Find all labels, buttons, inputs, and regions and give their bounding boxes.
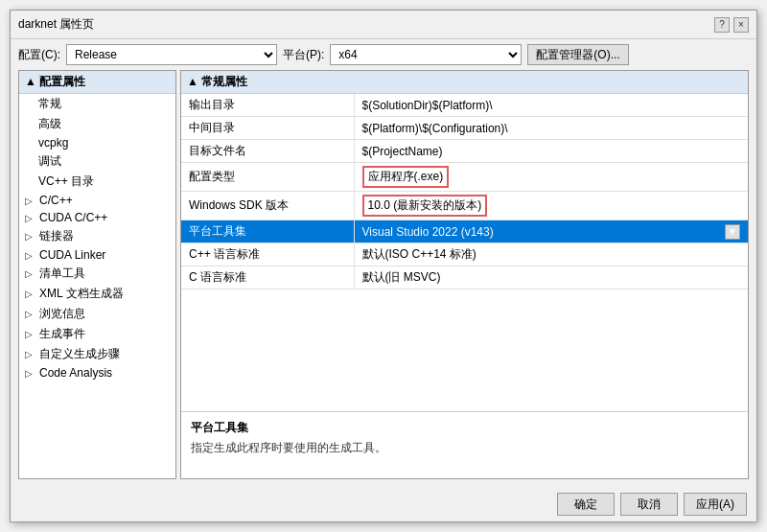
prop-value-text: 默认(旧 MSVC) (362, 270, 441, 284)
tree-items: 常规高级vcpkg调试VC++ 目录▷C/C++▷CUDA C/C++▷链接器▷… (19, 94, 175, 382)
prop-value-text: Visual Studio 2022 (v143) (362, 225, 494, 239)
table-row[interactable]: 配置类型应用程序(.exe) (181, 163, 748, 192)
title-controls: ? × (714, 17, 749, 33)
desc-area: 平台工具集 指定生成此程序时要使用的生成工具。 (181, 411, 748, 478)
tree-item[interactable]: ▷CUDA Linker (19, 246, 175, 264)
tree-item[interactable]: ▷清单工具 (19, 264, 175, 284)
prop-value-text: $(SolutionDir)$(Platform)\ (362, 99, 493, 112)
tree-item[interactable]: ▷Code Analysis (19, 364, 175, 382)
props-header: ▲ 常规属性 (181, 71, 748, 94)
prop-name: C++ 语言标准 (181, 243, 354, 266)
prop-value-text: 10.0 (最新安装的版本) (362, 195, 488, 217)
footer: 确定 取消 应用(A) (11, 487, 756, 521)
tree-item[interactable]: ▷自定义生成步骤 (19, 344, 175, 364)
table-row[interactable]: C 语言标准默认(旧 MSVC) (181, 266, 748, 289)
props-area: ▲ 常规属性 输出目录$(SolutionDir)$(Platform)\中间目… (181, 71, 748, 411)
table-row[interactable]: 目标文件名$(ProjectName) (181, 140, 748, 163)
main-content: ▲ 配置属性 常规高级vcpkg调试VC++ 目录▷C/C++▷CUDA C/C… (11, 70, 756, 487)
tree-header: ▲ 配置属性 (19, 71, 175, 94)
expand-icon: ▷ (25, 268, 36, 279)
properties-dialog: darknet 属性页 ? × 配置(C): Release 平台(P): x6… (10, 10, 757, 522)
tree-item[interactable]: vcpkg (19, 134, 175, 151)
expand-icon: ▷ (25, 349, 36, 359)
prop-value-text: $(Platform)\$(Configuration)\ (362, 122, 508, 135)
tree-item[interactable]: 调试 (19, 151, 175, 172)
expand-icon: ▷ (25, 309, 36, 319)
config-label: 配置(C): (18, 47, 60, 63)
tree-item[interactable]: ▷CUDA C/C++ (19, 209, 175, 226)
title-bar: darknet 属性页 ? × (11, 11, 756, 39)
ok-button[interactable]: 确定 (557, 493, 615, 516)
config-manager-button[interactable]: 配置管理器(O)... (527, 44, 628, 65)
prop-value: $(SolutionDir)$(Platform)\ (354, 94, 748, 117)
tree-item[interactable]: ▷浏览信息 (19, 304, 175, 324)
table-row[interactable]: 输出目录$(SolutionDir)$(Platform)\ (181, 94, 748, 117)
table-row[interactable]: 平台工具集Visual Studio 2022 (v143)▼ (181, 220, 748, 243)
prop-name: Windows SDK 版本 (181, 192, 354, 220)
help-button[interactable]: ? (714, 17, 730, 33)
expand-icon: ▷ (25, 196, 36, 206)
expand-icon: ▷ (25, 250, 36, 261)
dropdown-arrow[interactable]: ▼ (725, 224, 740, 240)
tree-item[interactable]: 高级 (19, 114, 175, 134)
props-header-label: ▲ 常规属性 (187, 74, 247, 90)
tree-item[interactable]: ▷生成事件 (19, 324, 175, 344)
prop-value: 10.0 (最新安装的版本) (354, 192, 748, 220)
platform-label: 平台(P): (283, 47, 324, 63)
props-table: 输出目录$(SolutionDir)$(Platform)\中间目录$(Plat… (181, 94, 748, 289)
expand-icon: ▷ (25, 231, 36, 242)
prop-value-text: $(ProjectName) (362, 145, 443, 158)
table-row[interactable]: C++ 语言标准默认(ISO C++14 标准) (181, 243, 748, 266)
tree-item[interactable]: VC++ 目录 (19, 172, 175, 192)
expand-icon: ▷ (25, 289, 36, 299)
table-row[interactable]: Windows SDK 版本10.0 (最新安装的版本) (181, 192, 748, 220)
tree-header-label: ▲ 配置属性 (25, 74, 85, 90)
toolbar: 配置(C): Release 平台(P): x64 配置管理器(O)... (11, 39, 756, 70)
prop-value: 默认(旧 MSVC) (354, 266, 748, 289)
prop-value: $(Platform)\$(Configuration)\ (354, 117, 748, 140)
prop-value: 默认(ISO C++14 标准) (354, 243, 748, 266)
prop-name: 中间目录 (181, 117, 354, 140)
desc-title: 平台工具集 (191, 420, 738, 436)
tree-item[interactable]: ▷XML 文档生成器 (19, 284, 175, 304)
right-panel: ▲ 常规属性 输出目录$(SolutionDir)$(Platform)\中间目… (180, 70, 749, 479)
prop-name: 配置类型 (181, 163, 354, 192)
tree-item[interactable]: ▷C/C++ (19, 192, 175, 209)
desc-text: 指定生成此程序时要使用的生成工具。 (191, 440, 738, 456)
expand-icon: ▷ (25, 213, 36, 223)
close-button[interactable]: × (733, 17, 749, 33)
prop-value-text: 默认(ISO C++14 标准) (362, 247, 476, 261)
prop-name: 平台工具集 (181, 220, 354, 243)
tree-item[interactable]: 常规 (19, 94, 175, 114)
table-row[interactable]: 中间目录$(Platform)\$(Configuration)\ (181, 117, 748, 140)
cancel-button[interactable]: 取消 (620, 493, 678, 516)
prop-value[interactable]: Visual Studio 2022 (v143)▼ (354, 220, 748, 243)
expand-icon: ▷ (25, 368, 36, 379)
tree-item[interactable]: ▷链接器 (19, 226, 175, 246)
expand-icon: ▷ (25, 329, 36, 339)
dialog-title: darknet 属性页 (18, 16, 94, 33)
config-select[interactable]: Release (66, 44, 277, 65)
apply-button[interactable]: 应用(A) (684, 493, 747, 516)
prop-name: 目标文件名 (181, 140, 354, 163)
prop-value: 应用程序(.exe) (354, 163, 748, 192)
platform-select[interactable]: x64 (330, 44, 522, 65)
prop-value-text: 应用程序(.exe) (362, 166, 450, 188)
prop-name: C 语言标准 (181, 266, 354, 289)
left-panel: ▲ 配置属性 常规高级vcpkg调试VC++ 目录▷C/C++▷CUDA C/C… (18, 70, 176, 479)
prop-value: $(ProjectName) (354, 140, 748, 163)
prop-name: 输出目录 (181, 94, 354, 117)
